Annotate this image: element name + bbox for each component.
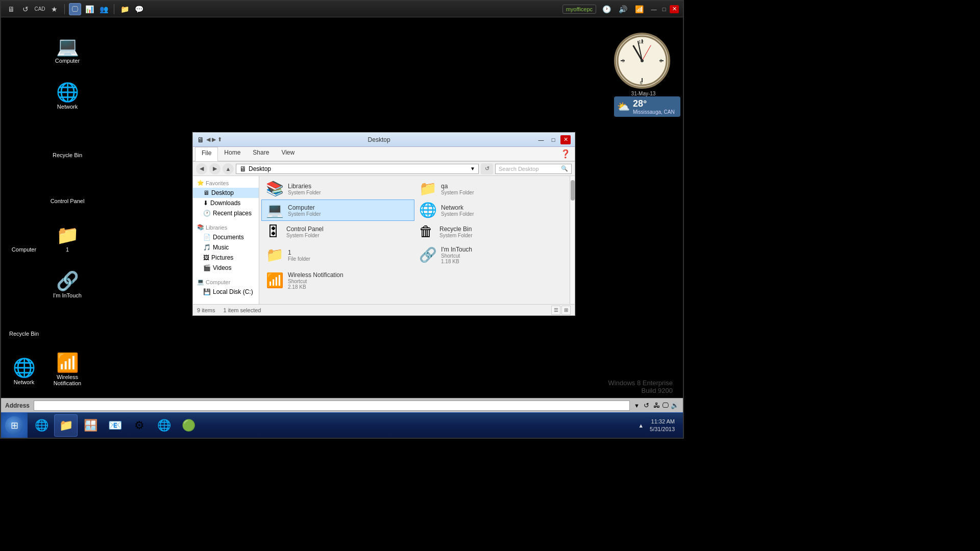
back-btn[interactable]: ◀ (196, 163, 207, 174)
nav-documents[interactable]: 📄 Documents (193, 232, 259, 242)
file-item-recycle[interactable]: 🗑 Recycle Bin System Folder (414, 221, 568, 242)
tab-share[interactable]: Share (247, 147, 275, 161)
taskbar-ie2[interactable]: 🌐 (152, 414, 176, 437)
explorer-minimize-btn[interactable]: — (536, 135, 546, 144)
file-item-libraries[interactable]: 📚 Libraries System Folder (261, 178, 414, 199)
taskbar-settings[interactable]: ⚙ (128, 414, 151, 437)
computer-file-icon: 💻 (266, 203, 284, 217)
taskbar-explorer[interactable]: 📁 (54, 414, 78, 437)
nav-pictures-label: Pictures (211, 254, 233, 261)
grid-view-btn[interactable]: ⊞ (561, 306, 571, 315)
toolbar-icon-clock[interactable]: 🕐 (600, 3, 612, 15)
nav-music-icon: 🎵 (203, 244, 211, 251)
wireless-file-type: Shortcut (288, 279, 410, 284)
toolbar-icon-users[interactable]: 👥 (97, 3, 110, 15)
address-refresh-btn[interactable]: ↺ (644, 402, 649, 409)
taskbar-windows[interactable]: 🪟 (79, 414, 102, 437)
toolbar-icon-chat[interactable]: 💬 (133, 3, 145, 15)
toolbar-icon-folder[interactable]: 📁 (118, 3, 131, 15)
tray-up-icon[interactable]: ▲ (638, 422, 644, 429)
toolbar-icon-monitor[interactable]: 🖵 (69, 3, 81, 15)
systray-volume-icon[interactable]: 🔊 (671, 402, 679, 409)
file-item-computer[interactable]: 💻 Computer System Folder (261, 199, 414, 221)
content-scrollbar[interactable] (570, 176, 575, 304)
folder-1-icon-label: 1 (66, 246, 69, 253)
up-btn[interactable]: ▲ (223, 163, 234, 174)
address-dropdown-icon[interactable]: ▼ (470, 166, 475, 171)
systray-network-icon[interactable]: 🖧 (653, 402, 660, 409)
svg-text:3: 3 (659, 58, 662, 63)
file-item-qa[interactable]: 📁 qa System Folder (414, 178, 568, 199)
remote-maximize-btn[interactable]: □ (659, 5, 669, 13)
ribbon-help-btn[interactable]: ❓ (558, 147, 573, 161)
toolbar-icon-computer[interactable]: 🖥 (5, 3, 17, 15)
recycle-file-info: Recycle Bin System Folder (439, 226, 563, 238)
nav-local-disk[interactable]: 💾 Local Disk (C:) (193, 287, 259, 297)
network-icon: 🌐 (56, 83, 79, 102)
search-bar[interactable]: Search Desktop 🔍 (495, 164, 572, 174)
toolbar-icon-chart[interactable]: 📊 (83, 3, 95, 15)
file-item-network[interactable]: 🌐 Network System Folder (414, 199, 568, 221)
toolbar-icon-signal[interactable]: 📶 (633, 3, 645, 15)
remote-minimize-btn[interactable]: — (649, 5, 658, 13)
tab-view[interactable]: View (275, 147, 301, 161)
address-label: Address (5, 402, 30, 409)
desktop-icon-network[interactable]: 🌐 Network (44, 81, 90, 112)
start-button[interactable]: ⊞ (1, 413, 28, 438)
desktop-icon-network-bottom[interactable]: 🌐 Network (1, 357, 47, 387)
view-buttons: ☰ ⊞ (551, 306, 571, 315)
nav-desktop[interactable]: 🖥 Desktop (193, 188, 259, 198)
systray-display-icon[interactable]: 🖵 (662, 402, 669, 409)
taskbar-outlook[interactable]: 📧 (103, 414, 127, 437)
scroll-thumb[interactable] (571, 180, 575, 201)
explorer-ribbon: File Home Share View ❓ (193, 147, 575, 162)
start-orb: ⊞ (5, 416, 23, 435)
tab-file[interactable]: File (195, 147, 218, 161)
desktop-icon-wireless[interactable]: 📶 Wireless Notification (44, 352, 90, 388)
computer2-icon: 🖥 (15, 226, 33, 244)
explorer-close-btn[interactable]: ✕ (560, 135, 571, 144)
remote-close-btn[interactable]: ✕ (670, 5, 679, 13)
toolbar-icon-cad[interactable]: CAD (34, 3, 46, 15)
explorer-maximize-btn[interactable]: □ (548, 135, 558, 144)
address-dropdown-btn[interactable]: ▼ (634, 403, 640, 409)
nav-downloads[interactable]: ⬇ Downloads (193, 198, 259, 208)
toolbar-icon-refresh[interactable]: ↺ (19, 3, 32, 15)
nav-recent[interactable]: 🕐 Recent places (193, 208, 259, 218)
nav-music[interactable]: 🎵 Music (193, 242, 259, 253)
computer-file-name: Computer (288, 204, 410, 211)
tab-home[interactable]: Home (218, 147, 247, 161)
desktop-icon-computer2[interactable]: 🖥 Computer (1, 224, 47, 255)
address-input[interactable] (34, 400, 630, 411)
desktop-icon-recycle-bin[interactable]: 🗑 Recycle Bin (44, 130, 90, 160)
list-view-btn[interactable]: ☰ (551, 306, 560, 315)
nav-videos[interactable]: 🎬 Videos (193, 263, 259, 273)
taskbar-clock[interactable]: 11:32 AM 5/31/2013 (646, 418, 679, 433)
forward-btn[interactable]: ▶ (209, 163, 220, 174)
folder1-file-info: 1 File folder (288, 249, 410, 262)
taskbar-ie[interactable]: 🌐 (30, 414, 53, 437)
desktop-icon-computer[interactable]: 💻 Computer (44, 35, 90, 66)
explorer-title-text: Desktop (224, 136, 534, 143)
desktop-icon-recycle2[interactable]: 🗑 Recycle Bin (1, 308, 47, 339)
recycle-file-type: System Folder (439, 233, 563, 238)
desktop-icon-imintouch[interactable]: 🔗 I'm InTouch (44, 270, 90, 300)
network-icon-label: Network (57, 104, 78, 110)
taskbar-green[interactable]: 🟢 (177, 414, 200, 437)
nav-downloads-icon: ⬇ (203, 199, 208, 207)
recycle-bin-icon: 🗑 (58, 132, 77, 150)
search-icon[interactable]: 🔍 (561, 165, 568, 172)
file-item-1[interactable]: 📁 1 File folder (261, 242, 414, 268)
file-item-wireless[interactable]: 📶 Wireless Notification Shortcut 2.18 KB (261, 268, 414, 293)
nav-recent-label: Recent places (213, 210, 252, 217)
nav-pictures[interactable]: 🖼 Pictures (193, 253, 259, 263)
file-item-control-panel[interactable]: 🎛 Control Panel System Folder (261, 221, 414, 242)
refresh-btn[interactable]: ↺ (481, 163, 493, 174)
toolbar-icon-star[interactable]: ★ (48, 3, 60, 15)
desktop-icon-folder-1[interactable]: 📁 1 (44, 224, 90, 255)
desktop-path-icon: 🖥 (239, 165, 247, 173)
desktop-icon-control-panel[interactable]: 🎛 Control Panel (44, 176, 90, 206)
toolbar-icon-volume[interactable]: 🔊 (617, 3, 629, 15)
file-item-imintouch[interactable]: 🔗 I'm InTouch Shortcut 1.18 KB (414, 242, 568, 268)
address-path[interactable]: 🖥 Desktop ▼ (236, 164, 479, 174)
